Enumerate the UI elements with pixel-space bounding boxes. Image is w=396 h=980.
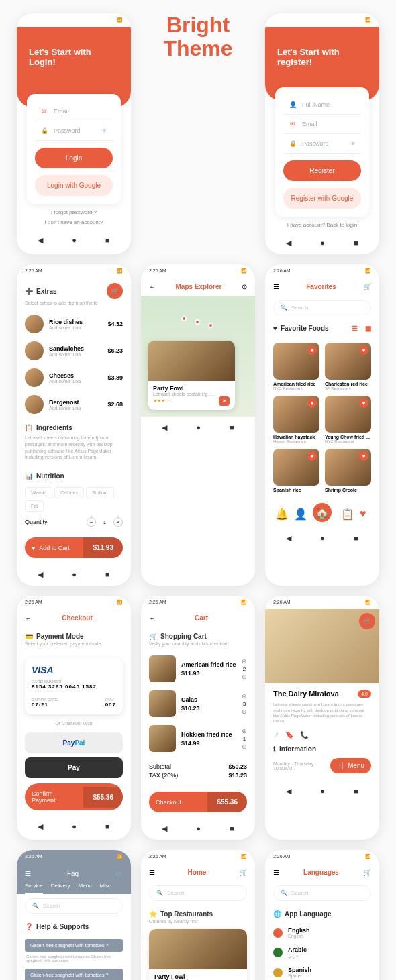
cart-icon[interactable]: 🛒 [363, 869, 371, 876]
cart-fab[interactable]: 🛒 [107, 283, 123, 299]
cart-icon[interactable]: 🛒 [239, 869, 247, 876]
tab-profile[interactable]: 👤 [294, 508, 303, 517]
bookmark-icon[interactable]: 🔖 [285, 731, 293, 739]
minus-button[interactable]: ⊖ [242, 673, 247, 680]
food-card[interactable]: ♥Yeung Chow fried ...NYC Restaurant [325, 396, 371, 443]
plus-button[interactable]: ⊕ [242, 728, 247, 734]
menu-icon[interactable]: ☰ [273, 283, 279, 290]
menu-icon[interactable]: ☰ [25, 870, 31, 877]
list-view-icon[interactable]: ☰ [352, 325, 358, 332]
extra-item[interactable]: Rice dishesAdd some tuna$4.32 [17, 311, 131, 337]
grid-view-icon[interactable]: ▦ [365, 325, 371, 332]
nutrition-chip[interactable]: Calories [54, 487, 84, 498]
nutrition-chip[interactable]: Vitamin [25, 487, 52, 498]
heart-icon[interactable]: ♥ [307, 451, 317, 461]
tab-favorites[interactable]: ♥ [360, 508, 369, 517]
faq-tab[interactable]: Delivery [51, 883, 70, 894]
paypal-button[interactable]: PayPal [25, 732, 123, 753]
cart-icon[interactable]: 🛒 [115, 870, 123, 877]
confirm-button[interactable]: Confirm Payment$55.36 [25, 783, 123, 810]
tab-orders[interactable]: 📋 [341, 508, 350, 517]
back-login-link[interactable]: I have account? Back to login [265, 222, 379, 228]
restaurant-card[interactable]: Party FowlLetraset sheets containing ...… [149, 929, 247, 980]
google-register-button[interactable]: Register with Google [283, 188, 361, 209]
status-bar: 2:26 AM📶 [17, 596, 131, 609]
credit-card[interactable]: VISA CARD NUMBER8154 3265 0045 1582 EXPI… [25, 658, 123, 714]
add-cart-button[interactable]: ♥Add to Cart$11.93 [25, 537, 123, 558]
cart-screen: 2:26 AM📶 ←Cart 🛒Shopping CartVerify your… [141, 596, 255, 840]
heart-icon[interactable]: ♥ [359, 451, 368, 461]
extra-item[interactable]: BergenostAdd some tuna$2.68 [17, 391, 131, 418]
plus-button[interactable]: ⊕ [242, 693, 247, 700]
password-field[interactable]: 🔒Password👁 [35, 121, 113, 141]
register-button[interactable]: Register [283, 160, 361, 181]
email-field[interactable]: ✉Email [35, 102, 113, 121]
back-icon[interactable]: ← [149, 614, 156, 622]
heart-icon[interactable]: ♥ [307, 398, 317, 408]
plus-button[interactable]: ⊕ [242, 658, 247, 665]
language-item[interactable]: Arabicعربي [265, 942, 379, 963]
food-card[interactable]: ♥Charleston red riceSF Restaurant [325, 343, 371, 390]
faq-tab[interactable]: Menu [79, 883, 92, 894]
page-title: Languages [279, 869, 363, 876]
call-icon[interactable]: 📞 [300, 731, 308, 739]
star-icon: ⭐ [149, 910, 157, 918]
map-view[interactable]: Party FowlLetraset sheets containing ...… [141, 296, 255, 417]
heart-icon[interactable]: ♥ [359, 398, 368, 408]
login-button[interactable]: Login [35, 148, 113, 168]
applepay-button[interactable]: Pay [25, 757, 123, 778]
map-card[interactable]: Party FowlLetraset sheets containing ...… [148, 341, 235, 410]
restaurant-hero: 🛒 [265, 609, 379, 683]
food-card[interactable]: ♥Shrimp Creole [325, 449, 371, 492]
tab-home[interactable]: 🏠 [313, 503, 332, 522]
nutrition-chip[interactable]: Sodium [86, 487, 114, 498]
extra-item[interactable]: CheesesAdd some tuna$3.89 [17, 364, 131, 391]
faq-item[interactable]: Gluten-free spaghetti with tomatoes ?Glu… [25, 939, 123, 965]
cart-icon[interactable]: 🛒 [363, 283, 371, 290]
directions-icon[interactable]: ➤ [219, 396, 230, 406]
plus-icon: ➕ [25, 287, 33, 295]
restaurant-name: The Dairy Miralova [273, 690, 339, 698]
search-input[interactable]: 🔍Search [273, 885, 371, 901]
food-card[interactable]: ♥Hawaiian haystackHawaii Restaurant [273, 396, 319, 443]
eye-icon[interactable]: 👁 [101, 127, 107, 134]
signup-link[interactable]: I don't have an account? [17, 219, 131, 225]
google-login-button[interactable]: Login with Google [35, 175, 113, 196]
checkout-button[interactable]: Checkout$55.36 [149, 792, 247, 812]
search-input[interactable]: 🔍Search [25, 898, 123, 914]
forgot-link[interactable]: I forgot password ? [17, 209, 131, 215]
password-field[interactable]: 🔒Password👁 [283, 134, 361, 154]
faq-item[interactable]: Gluten-free spaghetti with tomatoes ?Glu… [25, 969, 123, 980]
minus-button[interactable]: ⊖ [242, 708, 247, 715]
extra-item[interactable]: SandwichesAdd some tuna$6.23 [17, 337, 131, 364]
food-card[interactable]: ♥American fried riceNYC Restaurant [273, 343, 319, 390]
search-input[interactable]: 🔍Search [149, 885, 247, 901]
qty-label: Quantity [25, 519, 48, 525]
food-card[interactable]: ♥Spanish rice [273, 449, 319, 492]
my-location-icon[interactable]: ⊙ [242, 283, 247, 290]
status-bar: 2:26 AM📶 [265, 264, 379, 278]
faq-tab[interactable]: Service [25, 883, 43, 894]
share-icon[interactable]: ↗ [273, 731, 279, 739]
menu-button[interactable]: 🍴Menu [330, 758, 371, 773]
search-input[interactable]: 🔍Search [273, 300, 371, 315]
language-item[interactable]: SpanishSpana [265, 963, 379, 980]
email-field[interactable]: ✉Email [283, 115, 361, 134]
faq-tab[interactable]: Misc [100, 883, 111, 894]
plus-button[interactable]: + [113, 517, 123, 527]
cart-icon: 🛒 [149, 633, 157, 640]
eye-icon[interactable]: 👁 [350, 140, 356, 147]
heart-icon[interactable]: ♥ [359, 345, 368, 355]
name-field[interactable]: 👤Full Name [283, 95, 361, 115]
menu-icon[interactable]: ☰ [273, 869, 279, 876]
back-icon[interactable]: ← [25, 614, 32, 622]
heart-icon[interactable]: ♥ [307, 345, 317, 355]
language-item[interactable]: EnglishEnglish [265, 923, 379, 942]
back-icon[interactable]: ← [149, 283, 156, 290]
tab-notifications[interactable]: 🔔 [275, 508, 285, 517]
minus-button[interactable]: − [87, 517, 96, 527]
nutrition-chip[interactable]: Fat [25, 500, 44, 512]
cart-fab[interactable]: 🛒 [359, 613, 375, 629]
minus-button[interactable]: ⊖ [242, 743, 247, 750]
menu-icon[interactable]: ☰ [149, 869, 155, 876]
